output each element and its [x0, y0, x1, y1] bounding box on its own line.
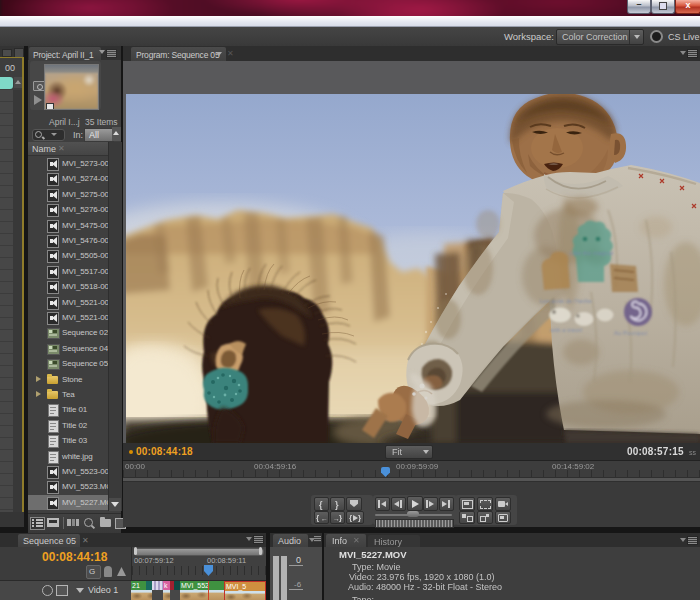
svg-text:Les amis de l'herbe: Les amis de l'herbe: [540, 298, 593, 304]
svg-text:Like the magical: Like the magical: [570, 250, 613, 256]
svg-text:Au Pourquoi: Au Pourquoi: [614, 330, 647, 336]
svg-text:with a travel: with a travel: [549, 327, 582, 333]
